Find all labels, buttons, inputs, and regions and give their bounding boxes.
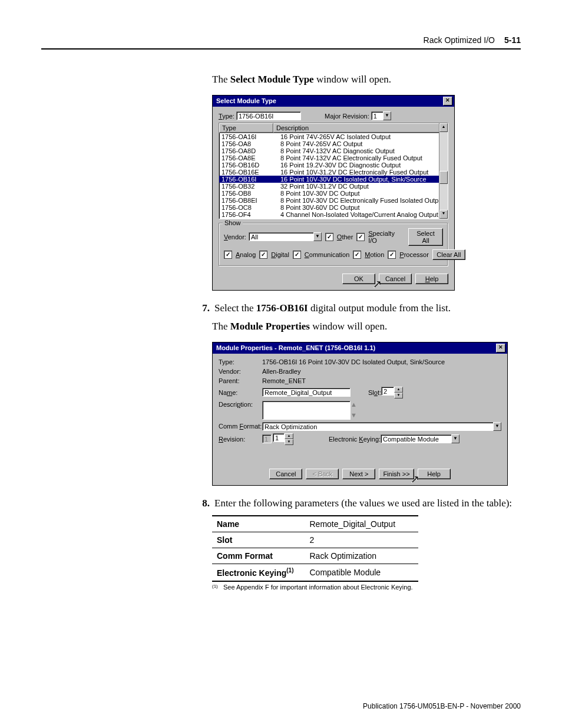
parent-value: Remote_ENET [262,377,306,384]
list-item-type: 1756-OF4 [219,211,278,218]
commformat-dropdown[interactable]: Rack Optimization ▼ [262,422,501,431]
list-item[interactable]: 1756-OA88 Point 74V-265V AC Output [219,140,448,147]
spinner-down-icon[interactable]: ▼ [394,393,403,398]
chevron-down-icon[interactable]: ▼ [383,111,391,120]
description-input[interactable] [262,401,351,420]
electronic-keying-label: Electronic Keying: [329,436,381,443]
list-item[interactable]: 1756-OB3232 Point 10V-31.2V DC Output [219,183,448,190]
list-rows[interactable]: 1756-OA16I16 Point 74V-265V AC Isolated … [219,133,448,219]
type-value: 1756-OB16I 16 Point 10V-30V DC Isolated … [262,358,445,365]
processor-checkbox[interactable]: ✓ [388,251,396,259]
specialty-label: Specialty I/O [368,230,405,244]
vendor-label: Vendor: [224,233,246,241]
close-icon[interactable]: ✕ [496,344,505,353]
list-item-description: 16 Point 10V-30V DC Isolated Output, Sin… [278,176,448,183]
scroll-thumb[interactable] [439,171,448,184]
list-item[interactable]: 1756-OB16I16 Point 10V-30V DC Isolated O… [219,176,448,183]
param-value: Compatible Module [305,564,419,581]
list-item[interactable]: 1756-OB8EI8 Point 10V-30V DC Electronica… [219,197,448,204]
table-row: Name Remote_Digital_Output [212,516,418,532]
type-input[interactable]: 1756-OB16I [236,111,301,120]
param-name: Comm Format [212,548,305,564]
table-row: Slot 2 [212,532,418,548]
slot-spinner[interactable]: 2 ▲▼ [381,387,403,398]
scroll-up-icon[interactable]: ▲ [439,123,448,132]
desc-scroll-up-icon[interactable]: ▲ [351,401,358,409]
list-item[interactable]: 1756-OB16D16 Point 19.2V-30V DC Diagnost… [219,162,448,169]
communication-checkbox[interactable]: ✓ [293,251,301,259]
list-item[interactable]: 1756-OB16E16 Point 10V-31.2V DC Electron… [219,169,448,176]
list-item-type: 1756-OB8EI [219,197,278,204]
list-item-description: 8 Point 74V-132V AC Diagnostic Output [278,147,448,154]
back-button: < Back [306,469,339,479]
scrollbar[interactable]: ▲ ▼ [439,123,448,219]
commformat-label: Comm Format: [219,423,262,430]
intro-text-1: The Select Module Type window will open. [212,73,507,87]
list-item-type: 1756-OB16I [219,176,278,183]
finish-button[interactable]: Finish >> [379,469,414,479]
list-item-type: 1756-OA8 [219,140,278,147]
clear-all-button[interactable]: Clear All [432,249,465,260]
list-item-description: 8 Point 74V-132V AC Electronically Fused… [278,154,448,162]
electronic-keying-dropdown[interactable]: Compatible Module ▼ [381,434,459,443]
scroll-down-icon[interactable]: ▼ [439,210,448,219]
section-title: Rack Optimized I/O [424,35,495,45]
other-checkbox[interactable]: ✓ [325,233,333,241]
cursor-icon [369,278,377,288]
name-label: Name: [219,389,262,396]
parameters-table: Name Remote_Digital_Output Slot 2 Comm F… [212,515,418,582]
list-item[interactable]: 1756-OA16I16 Point 74V-265V AC Isolated … [219,133,448,140]
digital-checkbox[interactable]: ✓ [259,251,267,259]
analog-label: Analog [236,251,256,258]
slot-label: Slot: [368,389,381,396]
ok-button[interactable]: OK [342,274,375,284]
list-item-type: 1756-OA8E [219,154,278,162]
list-item-description: 8 Point 74V-265V AC Output [278,140,448,147]
select-all-button[interactable]: Select All [408,228,443,246]
list-item[interactable]: 1756-OB88 Point 10V-30V DC Output [219,190,448,197]
cancel-button[interactable]: Cancel [269,469,302,479]
page-number: 5-11 [504,35,521,45]
spinner-up-icon[interactable]: ▲ [394,387,403,393]
titlebar: Select Module Type ✕ [213,95,454,107]
help-button[interactable]: Help [415,274,448,284]
list-item[interactable]: 1756-OC88 Point 30V-60V DC Output [219,204,448,211]
close-icon[interactable]: ✕ [443,97,452,106]
type-label: Type: [219,113,234,120]
list-item-type: 1756-OB32 [219,183,278,190]
col-type[interactable]: Type [219,123,273,133]
col-description[interactable]: Description [273,123,448,133]
help-button[interactable]: Help [418,469,451,479]
motion-checkbox[interactable]: ✓ [353,251,361,259]
list-item-type: 1756-OA8D [219,147,278,154]
vendor-label: Vendor: [219,368,262,375]
next-button[interactable]: Next > [342,469,375,479]
param-value: 2 [305,532,419,548]
vendor-dropdown[interactable]: All ▼ [249,232,322,241]
list-item-type: 1756-OC8 [219,204,278,211]
chevron-down-icon[interactable]: ▼ [451,434,459,443]
specialty-checkbox[interactable]: ✓ [356,233,365,241]
list-item-description: 16 Point 10V-31.2V DC Electronically Fus… [278,169,448,176]
module-properties-window: Module Properties - Remote_ENET (1756-OB… [212,342,508,486]
chevron-down-icon[interactable]: ▼ [493,422,501,431]
list-item[interactable]: 1756-OA8D8 Point 74V-132V AC Diagnostic … [219,147,448,154]
list-item-description: 8 Point 10V-30V DC Output [278,190,448,197]
name-input[interactable]: Remote_Digital_Output [262,388,351,397]
module-listbox[interactable]: Type Description 1756-OA16I16 Point 74V-… [219,123,448,219]
major-revision-dropdown[interactable]: 1 ▼ [371,111,391,120]
spinner-up-icon[interactable]: ▲ [285,433,293,439]
cancel-button[interactable]: Cancel [379,274,412,284]
window-title: Select Module Type [216,97,276,104]
chevron-down-icon[interactable]: ▼ [313,232,322,241]
rev-minor-spinner[interactable]: 1 ▲▼ [273,433,293,445]
list-item-description: 32 Point 10V-31.2V DC Output [278,183,448,190]
list-item[interactable]: 1756-OF44 Channel Non-Isolated Voltage/C… [219,211,448,218]
param-name: Name [212,516,305,532]
spinner-down-icon[interactable]: ▼ [285,439,293,445]
step-7-number: 7. [198,302,210,314]
analog-checkbox[interactable]: ✓ [224,251,232,259]
desc-scroll-down-icon[interactable]: ▼ [351,411,358,420]
table-row: Electronic Keying(1) Compatible Module [212,564,418,581]
list-item[interactable]: 1756-OA8E8 Point 74V-132V AC Electronica… [219,154,448,162]
